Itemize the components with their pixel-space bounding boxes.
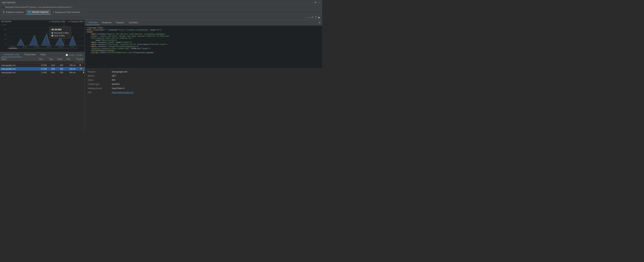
title-bar: App Inspection ⚙ — [0, 0, 322, 5]
clock-icon: 🕐 [66, 54, 68, 56]
legend-sending-dot [68, 22, 70, 22]
legend-receiving-dot [49, 22, 51, 22]
refresh-icon[interactable]: ↺ [311, 16, 313, 19]
code-line: <html itemscope="" itemtype="http://sche… [86, 29, 320, 31]
left-panel: NETWORK Receiving: 0 KB/s Sending: 0 KB/… [0, 20, 85, 131]
timeline-bar [80, 64, 80, 66]
title-bar-text: App Inspection [2, 1, 15, 4]
database-icon: 🗄 [3, 11, 5, 14]
tab-thread-view[interactable]: Thread View [22, 52, 38, 57]
close-button[interactable]: ✕ [318, 21, 320, 24]
code-line: <script nonce="nO7YRJTYRBwFl3htS_uYw">(f… [86, 52, 320, 54]
right-panel-header: Overview Response Request Call Stack ✕ [85, 20, 322, 26]
code-line: find exactly what you're looking for." [86, 37, 320, 39]
chart-legend: Receiving: 0 KB/s Sending: 0 KB/s [49, 21, 83, 22]
tooltip-received-swatch [52, 32, 53, 34]
code-line: <meta content="noodp" name="robots"> [86, 41, 320, 44]
tab-database[interactable]: 🗄 Database Inspector [1, 10, 26, 15]
tooltip-received: Received: 0 KB/s [52, 32, 69, 34]
code-line: <head> [86, 31, 320, 33]
code-line: <meta content="/images/branding/googleg/… [86, 46, 320, 48]
detail-status: Status 200 [88, 79, 319, 81]
code-line: /googleg_standard_color_128dp.png" itemp… [86, 48, 320, 50]
zoom-out-icon[interactable]: − [306, 16, 307, 19]
toolbar: − + ↺ ⏱ ▶ [0, 15, 322, 20]
detail-initiating-thread: Initiating thread AsyncTask #1 [88, 87, 319, 90]
row-name: www.google.com [0, 64, 40, 67]
chart-title: NETWORK [2, 21, 12, 22]
code-line: name="description"> [86, 39, 320, 41]
connection-table[interactable]: Name Size Type Status Time Timeline 10.0… [0, 57, 85, 131]
breadcrumb-dropdown-icon[interactable]: ▾ [71, 6, 72, 8]
chart-tooltip: 00:26.092 Received: 0 KB/s Sent: 0 KB/s [49, 27, 71, 38]
table-row[interactable]: www.google.com 2.3 KB html 200 204 ms [0, 71, 85, 74]
tab-call-stack[interactable]: Call Stack [126, 20, 140, 25]
time-range: 🕐 09.918 - 18.398 [64, 53, 83, 57]
detail-url: URL https://www.google.com [88, 91, 319, 94]
table-row[interactable]: www.google.com 2.0 KB html 200 130 ms [0, 64, 85, 67]
details-area: Request www.google.com Method GET Status… [85, 68, 322, 96]
tab-response[interactable]: Response [100, 20, 114, 25]
tab-overview[interactable]: Overview [86, 20, 100, 25]
chart-svg [7, 23, 85, 46]
detail-content-type: Content type text/html [88, 83, 319, 86]
tooltip-sent-swatch [52, 35, 53, 36]
main-layout: NETWORK Receiving: 0 KB/s Sending: 0 KB/… [0, 20, 322, 131]
sub-tabs: Connection View Thread View Rules 🕐 09.9… [0, 52, 85, 57]
right-panel: Overview Response Request Call Stack ✕ <… [85, 20, 322, 131]
tab-network[interactable]: 🌐 Network Inspector [26, 10, 50, 15]
tab-rules[interactable]: Rules [38, 52, 48, 57]
code-line: <meta content="text/html; charset=UTF-8"… [86, 44, 320, 46]
device-icon: 📱 [2, 6, 4, 8]
tab-connection-view[interactable]: Connection View [2, 52, 22, 57]
tooltip-sent: Sent: 0 KB/s [52, 34, 69, 37]
network-icon: 🌐 [28, 11, 31, 13]
x-axis: 05.000 10.000 15.000 20.000 25.000 0.000 [0, 46, 85, 48]
code-line: images, videos and more. Google has many… [86, 35, 320, 37]
main-tab-bar: 🗄 Database Inspector 🌐 Network Inspector… [0, 9, 322, 15]
zoom-in-icon[interactable]: + [308, 16, 310, 19]
play-icon[interactable]: ▶ [318, 16, 320, 19]
row-name: www.google.com [0, 71, 40, 74]
timeline-bar-selected [80, 68, 81, 70]
scrollbar-thumb[interactable] [8, 48, 17, 49]
tab-background[interactable]: ≡ Background Task Inspector [51, 10, 82, 15]
settings-icon[interactable]: ⚙ [314, 1, 316, 4]
code-area[interactable]: <!doctype html> <html itemscope="" itemt… [85, 26, 322, 68]
background-icon: ≡ [53, 11, 54, 14]
code-line: <!doctype html> [86, 27, 320, 29]
legend-receiving: Receiving: 0 KB/s [49, 21, 66, 22]
detail-method: Method GET [88, 75, 319, 77]
minimize-icon[interactable]: — [318, 1, 320, 4]
breadcrumb: 📱 Resizable Experimental API Tiramisu > … [0, 5, 322, 9]
y-axis: 8 16 24 32 40 KB/s [0, 23, 7, 46]
row-name: www.google.com [0, 67, 40, 70]
code-line: <meta content="Search the world's inform… [86, 33, 320, 35]
tooltip-time: 00:26.092 [52, 28, 69, 31]
timer-icon[interactable]: ⏱ [314, 16, 317, 19]
chart-area: NETWORK Receiving: 0 KB/s Sending: 0 KB/… [0, 20, 85, 52]
svg-marker-4 [7, 34, 85, 46]
table-row-selected[interactable]: www.google.com 2.3 KB html 200 129 ms [0, 67, 85, 71]
legend-sending: Sending: 0 KB/s [68, 21, 83, 22]
code-line: <title>Google</title> [86, 50, 320, 52]
timeline-bar [83, 72, 84, 73]
chart-scrollbar[interactable] [7, 48, 78, 49]
breadcrumb-text: Resizable Experimental API Tiramisu > co… [5, 6, 70, 8]
detail-request: Request www.google.com [88, 70, 319, 73]
tab-request[interactable]: Request [114, 20, 126, 25]
